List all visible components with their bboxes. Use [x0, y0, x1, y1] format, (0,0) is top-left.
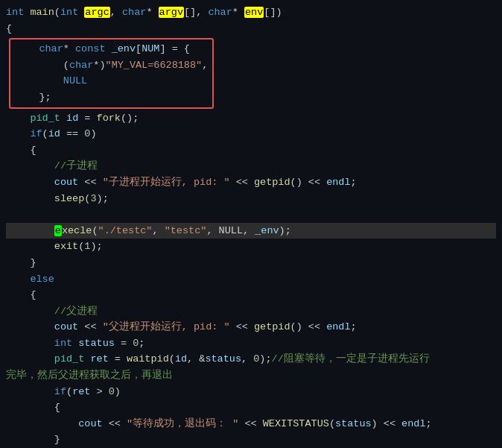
code-block: int main(int argc, char* argv[], char* e…: [0, 0, 502, 448]
line-waitpid: pid_t ret = waitpid(id, &status, 0);//阻塞…: [6, 351, 496, 367]
line-if-ret-open: {: [6, 400, 496, 416]
line-2: {: [6, 21, 496, 37]
line-execle: execle("./testc", "testc", NULL, _env);: [6, 223, 496, 239]
line-sleep: sleep(3);: [6, 191, 496, 207]
line-if-ret: if(ret > 0): [6, 384, 496, 400]
line-1: int main(int argc, char* argv[], char* e…: [6, 4, 496, 21]
env-block: char* const _env[NUM] = { (char*)"MY_VAL…: [9, 38, 214, 108]
line-env1: char* const _env[NUM] = {: [15, 41, 208, 57]
line-fork: pid_t id = fork();: [6, 110, 496, 127]
line-if-ret-close: }: [6, 432, 496, 448]
line-else: else: [6, 271, 496, 288]
line-comment-cont: 完毕，然后父进程获取之后，再退出: [6, 367, 496, 384]
line-parent-cout: cout << "父进程开始运行, pid: " << getpid() << …: [6, 319, 496, 335]
line-env4: };: [15, 89, 208, 106]
line-status: int status = 0;: [6, 335, 496, 352]
line-child-comment: //子进程: [6, 158, 496, 174]
line-if-open: {: [6, 142, 496, 159]
line-else-open: {: [6, 287, 496, 303]
line-env2: (char*)"MY_VAL=6628188",: [15, 57, 208, 74]
line-env3: NULL: [15, 73, 208, 89]
line-child-close: }: [6, 255, 496, 271]
line-cout-wait: cout << "等待成功，退出码： " << WEXITSTATUS(stat…: [6, 416, 496, 432]
line-exit: exit(1);: [6, 239, 496, 255]
line-child-cout: cout << "子进程开始运行, pid: " << getpid() << …: [6, 174, 496, 191]
line-parent-comment: //父进程: [6, 303, 496, 320]
line-blank1: [6, 206, 496, 223]
line-if-id: if(id == 0): [6, 126, 496, 142]
